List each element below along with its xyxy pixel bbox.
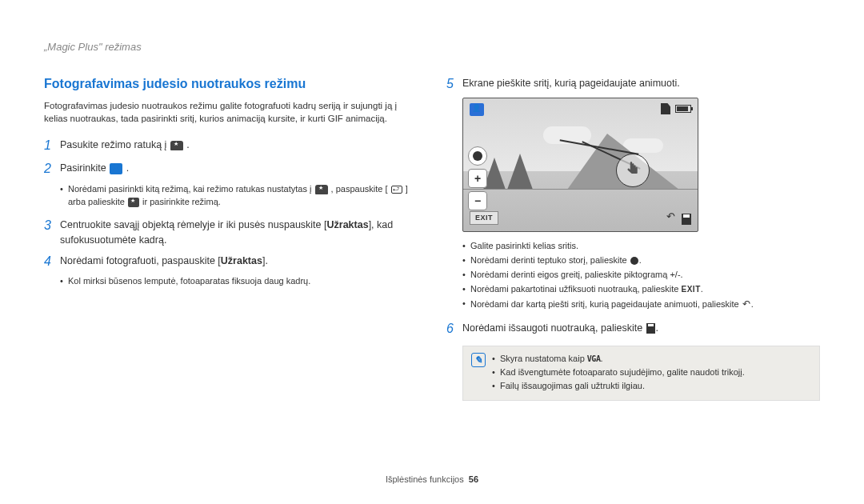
page-number: 56 [469,474,478,484]
step-3: 3 Centruokite savąjį objektą rėmelyje ir… [44,216,418,246]
breadcrumb: „Magic Plus" režimas [44,40,820,55]
step-4-notes: Kol mirksi būsenos lemputė, fotoaparatas… [60,275,418,288]
battery-icon [675,105,691,113]
mode-dial-icon [170,141,183,150]
right-column: 5 Ekrane pieškite sritį, kurią pageidauj… [446,74,820,401]
step-number: 6 [446,319,462,338]
info-note-box: ✎ Skyra nustatoma kaip VGA. Kad išvengtu… [462,346,820,401]
left-column: Fotografavimas judesio nuotraukos režimu… [44,74,418,401]
step-text: Norėdami fotografuoti, paspauskite [ [60,255,221,266]
note-text: Skyra nustatoma kaip [500,354,587,363]
note-text: . [751,298,754,308]
intro-text: Fotografavimas judesio nuotraukos režimu… [44,99,418,125]
status-icons [661,103,691,114]
mode-indicator-icon [470,103,484,116]
back-button-icon [391,186,402,194]
page-footer: Išplėstinės funkcijos 56 [0,474,864,486]
plus-button-icon: + [468,169,487,188]
note-text: . [701,284,703,294]
step-2-notes: Norėdami pasirinkti kitą režimą, kai rež… [60,183,418,209]
step-2: 2 Pasirinkite . [44,159,418,178]
footer-label: Išplėstinės funkcijos [386,474,464,484]
shutter-label: Užraktas [221,255,262,266]
step-text: . [656,322,658,334]
note-text: . [600,354,602,363]
note-text: Kad išvengtumėte fotoaparato sujudėjimo,… [492,366,745,379]
note-text: Failų išsaugojimas gali užtrukti ilgiau. [492,380,745,393]
info-icon: ✎ [471,353,486,367]
motion-mode-icon [110,163,122,174]
step-number: 5 [446,74,462,93]
step-number: 3 [44,216,60,234]
minus-button-icon: − [468,191,487,210]
exit-button-icon: EXIT [470,211,498,225]
undo-icon: ↶ [742,298,750,311]
tree-graphic [507,154,533,190]
step-text: Ekrane pieškite sritį, kurią pageidaujat… [462,74,820,90]
sd-card-icon [661,103,670,114]
step-text: Pasukite režimo ratuką į [60,139,170,150]
step-4: 4 Norėdami fotografuoti, paspauskite [Už… [44,252,418,270]
step-number: 4 [44,252,60,270]
step-text: Norėdami išsaugoti nuotrauką, palieskite [462,322,646,334]
mode-dial-icon [315,185,328,194]
shutter-label: Užraktas [327,219,369,230]
content-columns: Fotografavimas judesio nuotraukos režimu… [44,74,820,401]
brush-size-icon [468,146,487,166]
step-text: ]. [262,255,268,266]
step-5-notes: Galite pasirinkti kelias sritis. Norėdam… [462,240,820,311]
brush-dot-icon [630,257,638,265]
undo-icon: ↶ [666,210,675,225]
step-1: 1 Pasukite režimo ratuką į . [44,136,418,154]
save-icon [682,214,691,225]
note-text: Norėdami derinti teptuko storį, palieski… [470,255,630,265]
note-text: . [639,255,642,265]
section-title: Fotografavimas judesio nuotraukos režimu [44,74,418,93]
touch-cursor-icon [616,154,650,187]
note-text: Norėdami derinti eigos greitį, palieskit… [462,269,820,282]
vga-label: VGA [587,354,601,363]
step-text-after: . [126,162,129,174]
note-text: Norėdami dar kartą piešti sritį, kurią p… [470,298,742,308]
step-6: 6 Norėdami išsaugoti nuotrauką, palieski… [446,319,820,338]
note-text: ir pasirinkite režimą. [142,197,221,206]
brush-controls: + − [468,146,489,210]
note-text: Galite pasirinkti kelias sritis. [462,240,820,253]
camera-screen-illustration: + − EXIT ↶ [462,98,698,232]
info-note-list: Skyra nustatoma kaip VGA. Kad išvengtumė… [492,353,745,394]
ground-line [463,189,698,190]
step-5: 5 Ekrane pieškite sritį, kurią pageidauj… [446,74,820,93]
step-text: Centruokite savąjį objektą rėmelyje ir i… [60,219,327,230]
exit-label: EXIT [682,285,701,294]
note-text: Norėdami pakartotinai užfiksuoti nuotrau… [470,284,682,294]
note-text: Kol mirksi būsenos lemputė, fotoaparatas… [60,275,418,288]
step-number: 1 [44,136,60,154]
note-text: , paspauskite [ [331,184,388,194]
step-text-after: . [186,139,189,150]
save-icon [646,323,655,334]
step-text: Pasirinkite [60,162,109,174]
star-button-icon [128,198,139,207]
step-number: 2 [44,159,60,178]
note-text: Norėdami pasirinkti kitą režimą, kai rež… [68,184,314,194]
